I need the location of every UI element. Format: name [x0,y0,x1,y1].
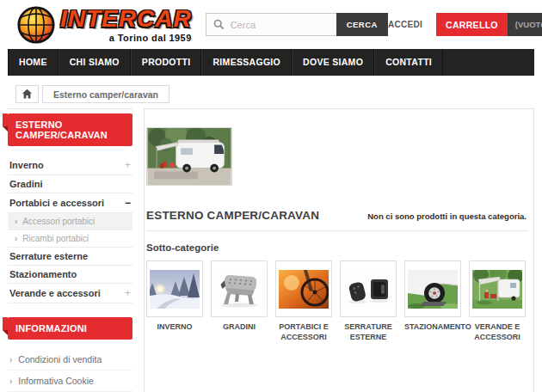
sidebar-subitem-ricambi-portabici[interactable]: › Ricambi portabici [8,230,132,248]
search-icon [213,19,225,30]
subcategory-thumb-stazionamento[interactable] [404,260,461,317]
subcategory-thumb-portabici[interactable] [275,260,332,317]
chevron-right-icon: › [9,355,12,364]
subcategory-label-gradini[interactable]: GRADINI [211,322,268,333]
subcategory-thumb-verande[interactable] [469,260,526,317]
plus-icon[interactable]: + [125,287,131,299]
subcategory-cards: INVERNO [146,260,528,342]
nav-item-prodotti[interactable]: PRODOTTI [131,49,202,76]
breadcrumb-current[interactable]: Esterno camper/caravan [42,85,169,103]
page-title: ESTERNO CAMPER/CARAVAN [146,209,319,222]
sidebar-category-header[interactable]: ESTERNO CAMPER/CARAVAN [8,113,132,146]
sidebar-link-label: Condizioni di vendita [18,354,102,364]
header: INTERCAR a Torino dal 1959 CERCA ACCEDI … [8,0,534,49]
sidebar-item-inverno[interactable]: Inverno + [8,156,132,175]
sidebar-item-label: Serrature esterne [9,251,88,261]
logo-subtitle: a Torino dal 1959 [109,33,192,43]
home-icon [22,89,33,100]
winter-scene-image [150,270,200,309]
search-box [206,13,336,36]
main-nav: HOME CHI SIAMO PRODOTTI RIMESSAGGIO DOVE… [8,49,534,76]
caravan-awning-image [472,270,522,309]
subcategory-label-stazionamento[interactable]: STAZIONAMENTO [404,322,461,333]
sidebar-link-cookie[interactable]: › Informativa Cookie [8,371,132,392]
nav-item-rimessaggio[interactable]: RIMESSAGGIO [201,49,292,76]
sidebar-item-label: Portabici e accessori [9,198,104,208]
subcategory-label-portabici[interactable]: PORTABICI E ACCESSORI [275,322,332,342]
nav-item-home[interactable]: HOME [8,49,59,76]
category-title-row: ESTERNO CAMPER/CARAVAN Non ci sono prodo… [146,209,528,222]
subcategory-card-serrature: SERRATURE ESTERNE [340,260,397,342]
sidebar-category-list: Inverno + Gradini Portabici e accessori … [8,156,132,303]
search-button[interactable]: CERCA [336,13,388,36]
sidebar-item-label: Verande e accessori [9,288,101,298]
empty-category-message: Non ci sono prodotti in questa categoria… [367,211,527,221]
cart-label: CARRELLO [436,13,508,36]
search-input[interactable] [231,20,330,30]
subcategory-label-inverno[interactable]: INVERNO [146,322,203,333]
minus-icon[interactable]: − [125,197,131,209]
sidebar-subitem-accessori-portabici[interactable]: › Accessori portabici [8,213,132,230]
login-link[interactable]: ACCEDI [388,20,422,29]
wheel-on-ramp-image [408,270,458,309]
logo-text: INTERCAR a Torino dal 1959 [60,7,192,43]
sidebar-item-gradini[interactable]: Gradini [8,175,132,193]
chevron-right-icon: › [15,217,17,226]
subcategory-thumb-inverno[interactable] [146,260,203,317]
sidebar-item-label: Gradini [9,179,43,189]
sidebar-link-label: Informativa Cookie [18,376,94,386]
chevron-right-icon: › [15,234,17,243]
subcategory-card-verande: VERANDE E ACCESSORI [469,260,526,342]
sidebar-link-condizioni[interactable]: › Condizioni di vendita [8,349,132,371]
chevron-right-icon: › [9,377,12,386]
subcategory-label-verande[interactable]: VERANDE E ACCESSORI [469,322,526,342]
sidebar-item-serrature[interactable]: Serrature esterne [8,248,132,266]
subcategory-card-inverno: INVERNO [146,260,203,342]
bike-wheel-image [279,270,329,309]
sidebar-subitem-label: Ricambi portabici [22,234,89,243]
search-bar: CERCA [206,13,388,36]
sidebar-item-stazionamento[interactable]: Stazionamento [8,266,132,284]
category-hero-image [146,127,232,186]
breadcrumb-home[interactable] [15,85,39,103]
sidebar-info-links: › Condizioni di vendita › Informativa Co… [8,349,132,392]
cart-button[interactable]: CARRELLO (VUOTO) ▾ [436,13,542,36]
sidebar-info-header[interactable]: INFORMAZIONI [8,317,132,340]
nav-item-dove-siamo[interactable]: DOVE SIAMO [292,49,374,76]
subcategory-card-portabici: PORTABICI E ACCESSORI [275,260,332,342]
external-locks-image [343,270,393,309]
main-content: ESTERNO CAMPER/CARAVAN Non ci sono prodo… [144,108,534,392]
breadcrumb: Esterno camper/caravan [15,85,534,103]
sidebar: ESTERNO CAMPER/CARAVAN Inverno + Gradini… [8,108,132,392]
cart-status: (VUOTO) ▾ [508,13,542,36]
sidebar-item-label: Stazionamento [9,269,77,279]
divider [146,230,528,231]
subcategory-card-gradini: GRADINI [211,260,268,342]
plus-icon[interactable]: + [125,159,131,171]
camper-scene-image [147,128,231,185]
page: INTERCAR a Torino dal 1959 CERCA ACCEDI … [8,0,534,392]
subcategory-label-serrature[interactable]: SERRATURE ESTERNE [340,322,397,342]
sidebar-item-verande[interactable]: Verande e accessori + [8,284,132,303]
nav-item-contatti[interactable]: CONTATTI [374,49,443,76]
sidebar-item-label: Inverno [9,160,44,170]
logo-title: INTERCAR [60,7,192,31]
subcategories-title: Sotto-categorie [146,242,528,253]
sidebar-subitem-label: Accessori portabici [22,217,95,226]
breadcrumb-current-label: Esterno camper/caravan [43,89,169,100]
sidebar-item-portabici[interactable]: Portabici e accessori − [8,193,132,213]
content-columns: ESTERNO CAMPER/CARAVAN Inverno + Gradini… [8,108,534,392]
globe-icon [16,5,56,45]
nav-item-chi-siamo[interactable]: CHI SIAMO [59,49,131,76]
cart-status-text: (VUOTO) [515,20,542,29]
subcategory-thumb-gradini[interactable] [211,260,268,317]
logo-link[interactable]: INTERCAR a Torino dal 1959 [16,5,192,45]
subcategory-card-stazionamento: STAZIONAMENTO [404,260,461,342]
subcategory-thumb-serrature[interactable] [340,260,397,317]
step-stool-image [214,270,264,309]
